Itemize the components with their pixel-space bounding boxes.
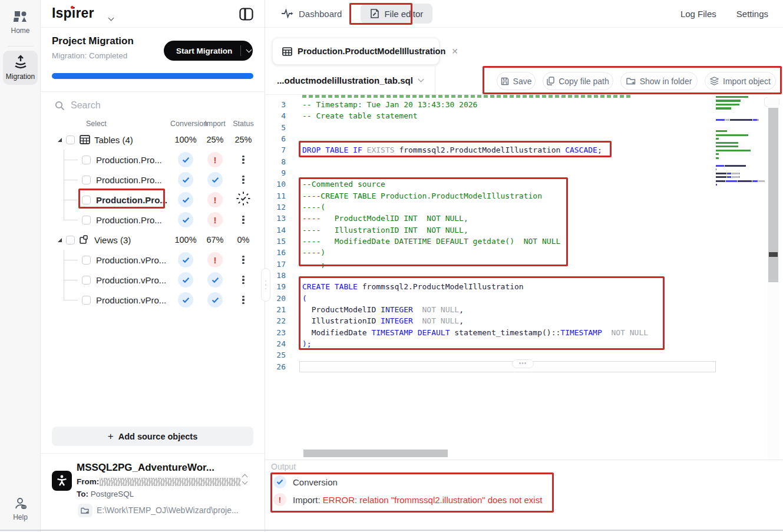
tab-file-editor[interactable]: File editor	[361, 4, 432, 24]
scroll-position-marker	[769, 252, 778, 257]
tree-item-row[interactable]: Production.Pro...!	[41, 190, 265, 210]
file-dropdown[interactable]: ...oductmodelillustration_tab.sql	[277, 66, 423, 95]
item-checkbox[interactable]	[82, 156, 91, 164]
chevron-down-icon	[246, 47, 252, 52]
item-checkbox[interactable]	[82, 256, 91, 265]
item-checkbox[interactable]	[82, 296, 91, 305]
top-nav: Dashboard File editor Log Files Settings	[265, 0, 783, 28]
line-number: 25	[265, 349, 295, 361]
row-menu-icon[interactable]	[242, 256, 244, 265]
close-tab-icon[interactable]: ✕	[451, 47, 458, 56]
save-icon	[501, 77, 509, 85]
tab-dashboard[interactable]: Dashboard	[282, 9, 342, 19]
code-editor[interactable]: 3-- Timestamp: Tue Jan 20 13:43:30 20264…	[265, 95, 783, 460]
project-title: Project Migration	[52, 35, 134, 47]
code-line[interactable]: 7DROP TABLE IF EXISTS frommssql2.Product…	[265, 144, 719, 156]
row-menu-icon[interactable]	[242, 176, 244, 184]
code-line[interactable]: 26	[265, 361, 719, 372]
code-line[interactable]: 9	[265, 167, 719, 179]
code-line[interactable]: 11----CREATE TABLE Production.ProductMod…	[265, 190, 719, 201]
table-icon	[282, 47, 292, 56]
add-source-objects-button[interactable]: + Add source objects	[52, 427, 253, 446]
horizontal-scrollbar-thumb[interactable]	[303, 450, 448, 457]
processing-spinner-icon	[236, 191, 251, 209]
rail-item-home[interactable]: Home	[3, 5, 38, 39]
group-checkbox[interactable]	[66, 136, 75, 144]
check-icon	[207, 272, 223, 288]
code-line[interactable]: 23 ModifiedDate TIMESTAMP DEFAULT statem…	[265, 327, 719, 338]
tree-expand-icon[interactable]	[58, 238, 62, 242]
line-number: 12	[265, 201, 295, 213]
error-icon: !	[273, 493, 286, 506]
item-checkbox[interactable]	[82, 196, 91, 204]
row-menu-icon[interactable]	[242, 156, 244, 164]
status-percent: 0%	[229, 235, 257, 244]
redacted-from-value	[100, 478, 241, 486]
save-button[interactable]: Save	[497, 72, 536, 90]
rail-item-help[interactable]: Help	[3, 493, 38, 526]
tree-expand-icon[interactable]	[58, 138, 62, 142]
code-line[interactable]: 14---- IllustrationID INT NOT NULL,	[265, 224, 719, 236]
code-line[interactable]: 4-- Create table statement	[265, 110, 719, 121]
tree-item-row[interactable]: Production.Pro...!	[41, 150, 265, 170]
item-checkbox[interactable]	[82, 276, 91, 285]
code-line[interactable]: 20(	[265, 293, 719, 304]
code-line[interactable]: 6	[265, 133, 719, 144]
code-line[interactable]: 8	[265, 156, 719, 167]
vertical-scrollbar[interactable]	[768, 95, 779, 460]
code-line[interactable]: 19CREATE TABLE frommssql2.ProductModelIl…	[265, 281, 719, 292]
settings-link[interactable]: Settings	[736, 9, 768, 19]
file-editor-icon	[370, 8, 379, 19]
layers-icon	[710, 77, 719, 85]
code-line[interactable]: 16----)	[265, 247, 719, 258]
show-in-folder-button[interactable]: Show in folder	[620, 72, 698, 90]
copy-file-path-button[interactable]: Copy file path	[543, 72, 613, 90]
code-line[interactable]: 13---- ProductModelID INT NOT NULL,	[265, 213, 719, 224]
log-files-link[interactable]: Log Files	[680, 9, 716, 19]
code-line[interactable]: 25	[265, 349, 719, 361]
line-number: 23	[265, 327, 295, 338]
row-menu-icon[interactable]	[242, 216, 244, 224]
brand-logo[interactable]: Ispirer	[52, 5, 94, 21]
line-number: 6	[265, 133, 295, 144]
dashboard-pulse-icon	[282, 9, 294, 18]
tree-item-row[interactable]: Production.Pro...!	[41, 210, 265, 230]
row-menu-icon[interactable]	[242, 296, 244, 305]
start-migration-button[interactable]: Start Migration	[164, 41, 253, 61]
unfold-icon[interactable]	[243, 475, 247, 484]
code-line[interactable]: 17----;	[265, 259, 719, 270]
open-folder-chip[interactable]	[78, 504, 92, 517]
group-checkbox[interactable]	[66, 236, 75, 244]
panel-resize-handle[interactable]	[261, 268, 270, 302]
tree-item-row[interactable]: Production.Pro...	[41, 170, 265, 190]
code-line[interactable]: 15---- ModifiedDate DATETIME DEFAULT get…	[265, 236, 719, 247]
collapse-sidebar-button[interactable]	[238, 6, 255, 22]
code-line[interactable]: 24);	[265, 338, 719, 349]
tree-item-row[interactable]: Production.vPro...!	[41, 250, 265, 270]
partial-code-line	[302, 95, 632, 98]
output-panel: Output Conversion ! Import: ERROR: relat…	[265, 460, 783, 532]
rail-item-migration[interactable]: Migration	[3, 51, 38, 85]
code-line[interactable]: 10--Commented source	[265, 179, 719, 190]
tree-item-row[interactable]: Production.vPro...	[41, 270, 265, 290]
row-menu-icon[interactable]	[242, 276, 244, 285]
minimap[interactable]	[716, 96, 768, 196]
code-line[interactable]: 18	[265, 270, 719, 281]
code-line[interactable]: 5	[265, 122, 719, 133]
tree-item-row[interactable]: Production.vPro...	[41, 290, 265, 310]
search-input[interactable]: Search	[41, 94, 265, 117]
output-resize-handle[interactable]: •••	[512, 359, 534, 368]
file-dropdown-name: ...oductmodelillustration_tab.sql	[277, 75, 413, 85]
code-line[interactable]: 21 ProductModelID INTEGER NOT NULL,	[265, 304, 719, 315]
code-line[interactable]: 22 IllustrationID INTEGER NOT NULL,	[265, 315, 719, 326]
accessibility-icon	[55, 474, 68, 487]
tree-group-row[interactable]: Tables (4)100%25%25%	[41, 130, 265, 150]
code-line[interactable]: 3-- Timestamp: Tue Jan 20 13:43:30 2026	[265, 99, 719, 110]
import-object-button[interactable]: Import object	[705, 72, 776, 90]
brand-chevron-icon[interactable]	[109, 12, 113, 22]
item-checkbox[interactable]	[82, 176, 91, 184]
item-checkbox[interactable]	[82, 216, 91, 224]
tree-group-row[interactable]: Views (3)100%67%0%	[41, 230, 265, 250]
editor-tab[interactable]: Production.ProductModelIllustration ✕	[272, 38, 440, 65]
code-line[interactable]: 12----(	[265, 201, 719, 213]
